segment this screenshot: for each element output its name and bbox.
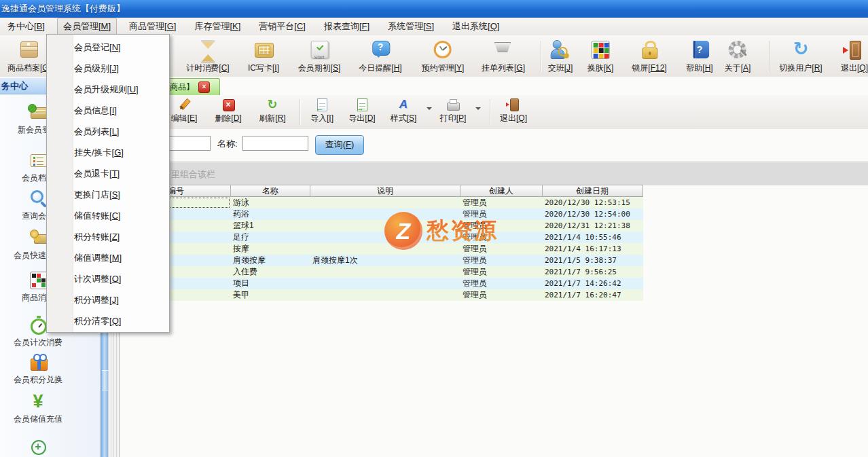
cell-created[interactable]: 2021/1/5 9:38:37 bbox=[542, 255, 642, 266]
query-button[interactable]: 查询(F) bbox=[315, 135, 364, 155]
cell-creator[interactable]: 管理员 bbox=[460, 255, 542, 266]
toolbar2-item-style[interactable]: A 样式[S] bbox=[383, 98, 424, 124]
grid-tiles-icon bbox=[28, 270, 48, 290]
menu-item[interactable]: 会员信息[I] bbox=[47, 100, 169, 121]
table-row[interactable]: 按摩 管理员 2021/1/4 16:17:13 bbox=[121, 243, 643, 255]
menubar-item-inventory-mgmt[interactable]: 库存管理[K] bbox=[188, 18, 247, 35]
table-row[interactable]: 篮球1 管理员 2020/12/31 12:21:38 bbox=[121, 220, 643, 232]
column-header-created[interactable]: 创建日期 bbox=[543, 185, 642, 196]
cell-name[interactable]: 按摩 bbox=[230, 243, 310, 255]
toolbar-item-member-opening[interactable]: Start 会员期初[S] bbox=[298, 39, 341, 74]
cell-creator[interactable]: 管理员 bbox=[460, 197, 542, 208]
cell-created[interactable]: 2021/1/4 10:55:46 bbox=[542, 232, 642, 243]
table-row[interactable]: 美甲 管理员 2021/1/7 16:20:47 bbox=[121, 289, 643, 301]
menu-item[interactable]: 会员级别[J] bbox=[47, 58, 169, 79]
toolbar2-item-refresh[interactable]: ↻ 刷新[R] bbox=[252, 98, 293, 124]
cell-creator[interactable]: 管理员 bbox=[460, 289, 542, 301]
menu-item[interactable]: 计次调整[O] bbox=[47, 268, 169, 289]
table-row[interactable]: 项目 管理员 2021/1/7 14:26:42 bbox=[121, 278, 643, 289]
card-plus-icon: + bbox=[28, 102, 48, 122]
toolbar-item-about[interactable]: 关于[A] bbox=[725, 39, 751, 74]
menu-item[interactable]: 积分调整[J] bbox=[47, 289, 169, 310]
menu-item[interactable]: 积分转账[Z] bbox=[47, 226, 169, 247]
cell-desc[interactable] bbox=[310, 266, 460, 278]
toolbar-item-shift-change[interactable]: 交班[J] bbox=[548, 39, 573, 74]
table-row[interactable]: 足疗 管理员 2021/1/4 10:55:46 bbox=[121, 232, 643, 243]
toolbar-item-ic-write-card[interactable]: IC写卡[I] bbox=[248, 39, 279, 74]
table-row[interactable]: 入住费 管理员 2021/1/7 9:56:25 bbox=[121, 266, 643, 278]
scrollbar-thumb[interactable] bbox=[102, 370, 108, 390]
toolbar2-item-exit[interactable]: 退出[Q] bbox=[493, 98, 534, 124]
toolbar2-item-import[interactable]: ← 导入[I] bbox=[302, 98, 342, 124]
toolbar-item-pending-orders[interactable]: 挂单列表[G] bbox=[482, 39, 525, 74]
cell-name[interactable]: 药浴 bbox=[230, 208, 310, 220]
cell-created[interactable]: 2021/1/7 14:26:42 bbox=[542, 278, 642, 289]
toolbar-item-timed-consume[interactable]: 计时消费[C] bbox=[186, 39, 229, 74]
coins-card-icon bbox=[28, 227, 48, 248]
cell-created[interactable]: 2021/1/4 16:17:13 bbox=[542, 243, 642, 255]
cell-desc[interactable] bbox=[310, 278, 460, 289]
sidebar-item-points-exchange[interactable]: 会员积分兑换 bbox=[0, 352, 76, 386]
toolbar-item-lock-screen[interactable]: 锁屏[F12] bbox=[632, 39, 666, 74]
cell-name[interactable]: 项目 bbox=[230, 278, 310, 289]
cell-creator[interactable]: 管理员 bbox=[460, 266, 542, 278]
style-dropdown-caret[interactable] bbox=[427, 107, 432, 113]
toolbar2-item-export[interactable]: → 导出[D] bbox=[342, 98, 382, 124]
name-input[interactable] bbox=[242, 136, 308, 151]
menu-item[interactable]: 会员退卡[T] bbox=[47, 163, 169, 184]
cell-creator[interactable]: 管理员 bbox=[460, 278, 542, 289]
cell-name[interactable]: 入住费 bbox=[230, 266, 310, 278]
cell-name[interactable]: 美甲 bbox=[230, 289, 310, 301]
menu-item[interactable]: 更换门店[S] bbox=[47, 184, 169, 205]
column-header-name[interactable]: 名称 bbox=[231, 185, 310, 196]
toolbar-item-help[interactable]: ? 帮助[H] bbox=[686, 39, 712, 74]
menu-item[interactable]: 积分清零[Q] bbox=[47, 310, 169, 331]
refresh-icon: ↻ bbox=[266, 98, 279, 111]
cell-name[interactable]: 肩颈按摩 bbox=[230, 255, 310, 266]
menu-item[interactable]: 储值转账[C] bbox=[47, 205, 169, 226]
cell-created[interactable]: 2020/12/30 12:54:00 bbox=[542, 208, 642, 220]
toolbar2-item-edit[interactable]: 编辑[E] bbox=[164, 98, 204, 124]
toolbar-item-booking-mgmt[interactable]: 预约管理[Y] bbox=[422, 39, 465, 74]
menubar-item-system[interactable]: 系统管理[S] bbox=[382, 18, 440, 35]
tab-close-icon[interactable]: × bbox=[198, 81, 210, 93]
cell-desc[interactable] bbox=[310, 197, 460, 208]
toolbar-item-exit[interactable]: 退出[Q] bbox=[841, 39, 868, 74]
column-header-creator[interactable]: 创建人 bbox=[460, 185, 543, 196]
cell-created[interactable]: 2021/1/7 16:20:47 bbox=[542, 289, 642, 301]
menu-item[interactable]: 会员升级规则[U] bbox=[47, 79, 169, 100]
column-header-desc[interactable]: 说明 bbox=[310, 185, 460, 196]
cell-created[interactable]: 2021/1/7 9:56:25 bbox=[542, 266, 642, 278]
content-area: 【商品】 × 编辑[E] × 删除[D] ↻ 刷新[R] ← 导入[I] bbox=[120, 77, 868, 457]
cell-created[interactable]: 2020/12/31 12:21:38 bbox=[542, 220, 642, 232]
toolbar-item-switch-user[interactable]: ↻ 切换用户[R] bbox=[779, 39, 822, 74]
sidebar-item-add[interactable]: + bbox=[0, 437, 76, 457]
menubar-item-business-center[interactable]: 务中心[B] bbox=[1, 18, 51, 35]
cell-created[interactable]: 2020/12/30 12:53:15 bbox=[542, 197, 642, 208]
cell-desc[interactable] bbox=[310, 289, 460, 301]
toolbar2-item-print[interactable]: 打印[P] bbox=[433, 98, 473, 124]
toolbar2-item-delete[interactable]: × 删除[D] bbox=[208, 98, 249, 124]
menu-item[interactable]: 挂失/换卡[G] bbox=[47, 142, 169, 163]
table-row[interactable]: 肩颈按摩 肩颈按摩1次 管理员 2021/1/5 9:38:37 bbox=[121, 255, 643, 266]
menubar-item-member-mgmt[interactable]: 会员管理[M] bbox=[57, 18, 117, 35]
menubar-item-reports[interactable]: 报表查询[F] bbox=[318, 18, 376, 35]
menubar-item-product-mgmt[interactable]: 商品管理[G] bbox=[123, 18, 182, 35]
menu-item[interactable]: 会员列表[L] bbox=[47, 121, 169, 142]
cell-name[interactable]: 篮球1 bbox=[230, 220, 310, 232]
sidebar-item-stored-value-recharge[interactable]: ¥ 会员储值充值 bbox=[0, 391, 76, 425]
toolbar-item-change-skin[interactable]: 换肤[K] bbox=[587, 39, 614, 74]
toolbar-item-product-archive[interactable]: 商品档案[G] bbox=[7, 39, 51, 74]
group-by-panel: 里组合该栏 bbox=[120, 162, 868, 185]
print-dropdown-caret[interactable] bbox=[475, 107, 481, 113]
menubar-item-exit[interactable]: 退出系统[Q] bbox=[446, 18, 505, 35]
menu-item[interactable]: 会员登记[N] bbox=[47, 37, 169, 58]
table-row[interactable]: 药浴 管理员 2020/12/30 12:54:00 bbox=[121, 208, 643, 220]
cell-name[interactable]: 足疗 bbox=[230, 232, 310, 243]
menu-item[interactable]: 储值调整[M] bbox=[47, 247, 169, 268]
cell-desc[interactable]: 肩颈按摩1次 bbox=[310, 255, 460, 266]
toolbar-item-today-reminder[interactable]: ? 今日提醒[H] bbox=[359, 39, 401, 74]
menubar-item-marketing[interactable]: 营销平台[C] bbox=[253, 18, 312, 35]
table-row[interactable]: 游泳 管理员 2020/12/30 12:53:15 bbox=[121, 197, 643, 208]
cell-name[interactable]: 游泳 bbox=[230, 197, 310, 208]
